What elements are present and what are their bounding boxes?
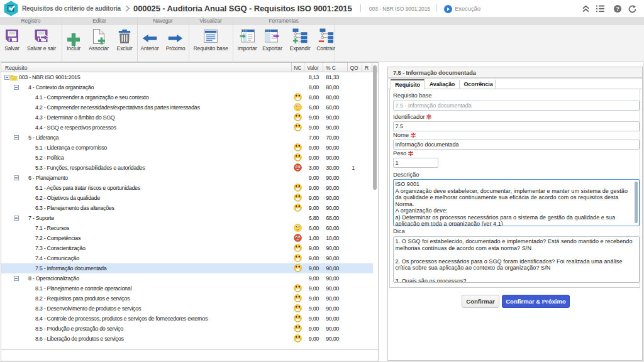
svg-text:?: ? (616, 6, 619, 12)
